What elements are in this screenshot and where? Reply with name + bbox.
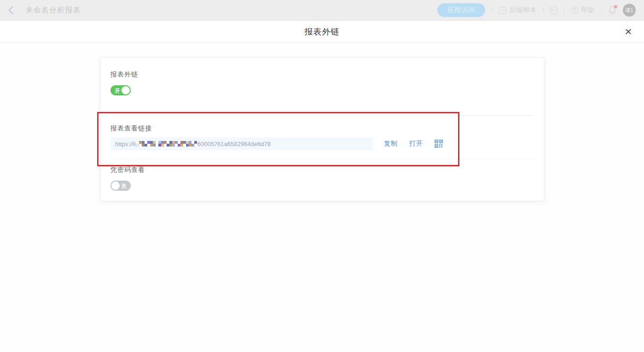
toggle-off-text: 关	[121, 182, 127, 190]
report-title: 未命名分析报表	[26, 6, 81, 15]
external-link-section: 报表外链 开	[100, 58, 544, 115]
avatar[interactable]: 谭1	[623, 4, 636, 17]
page: 未命名分析报表 应用访问 </> 后端脚本 A ? 帮助	[0, 0, 644, 352]
password-view-toggle[interactable]: 关	[110, 181, 131, 191]
topbar-right: 应用访问 </> 后端脚本 A ? 帮助	[437, 3, 636, 17]
help-label: 帮助	[581, 6, 595, 14]
url-suffix: 60005761a6582964de6d78	[197, 141, 271, 147]
divider	[492, 6, 492, 14]
app-access-button[interactable]: 应用访问	[437, 3, 485, 17]
view-link-row: https://li60005761a6582964de6d78 复制 打开	[110, 137, 534, 150]
modal-title: 报表外链	[305, 26, 340, 37]
notification-button[interactable]	[608, 6, 616, 15]
divider	[564, 6, 564, 14]
qr-code-button[interactable]	[435, 140, 443, 148]
modal-header: 报表外链 ✕	[0, 21, 644, 43]
open-link-button[interactable]: 打开	[409, 140, 423, 148]
report-url-field[interactable]: https://li60005761a6582964de6d78	[110, 137, 373, 150]
back-button[interactable]	[8, 6, 17, 15]
question-icon: ?	[571, 6, 578, 14]
external-link-card: 报表外链 开 报表查看链接 https://li60005761a6582964…	[100, 57, 545, 201]
external-link-toggle[interactable]: 开	[110, 85, 131, 95]
topbar: 未命名分析报表 应用访问 </> 后端脚本 A ? 帮助	[0, 0, 644, 21]
toggle-on-text: 开	[115, 87, 120, 95]
notification-badge	[614, 5, 617, 8]
backend-script-button[interactable]: </> 后端脚本	[499, 6, 537, 14]
url-mosaic-blur	[136, 141, 197, 147]
password-view-section: 凭密码查看 关	[100, 159, 544, 202]
toggle-knob	[122, 86, 130, 94]
view-link-label: 报表查看链接	[110, 116, 534, 133]
external-link-label: 报表外链	[110, 58, 534, 79]
divider	[543, 6, 544, 14]
close-icon[interactable]: ✕	[623, 26, 634, 37]
backend-script-label: 后端脚本	[509, 6, 537, 14]
topbar-left: 未命名分析报表	[8, 6, 81, 15]
qr-code-icon	[435, 140, 443, 148]
password-view-label: 凭密码查看	[110, 159, 534, 174]
chevron-left-icon	[8, 6, 13, 14]
code-icon: </>	[499, 7, 506, 14]
copy-link-button[interactable]: 复制	[384, 140, 398, 148]
help-button[interactable]: ? 帮助	[571, 6, 595, 14]
link-actions: 复制 打开	[384, 140, 443, 148]
contacts-icon: A	[550, 6, 557, 14]
toggle-knob	[111, 182, 120, 190]
divider	[601, 6, 602, 14]
org-members-button[interactable]: A	[550, 6, 557, 14]
view-link-section: 报表查看链接 https://li60005761a6582964de6d78 …	[100, 116, 544, 158]
url-prefix: https://li	[115, 141, 136, 147]
